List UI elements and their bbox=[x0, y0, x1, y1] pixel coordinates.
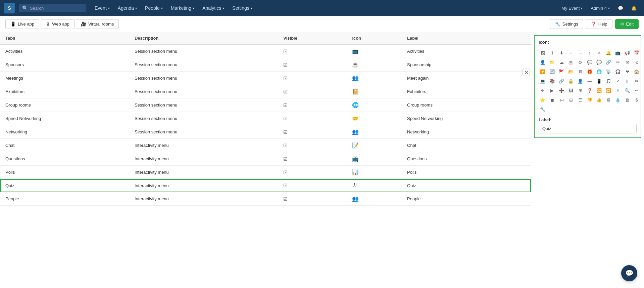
icon-option[interactable]: ✈ bbox=[539, 86, 547, 94]
settings-button[interactable]: 🔧 Settings bbox=[550, 19, 583, 29]
nav-event[interactable]: Event▾ bbox=[91, 3, 113, 13]
label-input[interactable] bbox=[539, 124, 637, 133]
virtual-rooms-button[interactable]: 🎥 Virtual rooms bbox=[76, 19, 119, 29]
cell-visible[interactable]: ☑ bbox=[278, 179, 347, 192]
icon-option[interactable]: 🔁 bbox=[604, 86, 612, 94]
icon-option[interactable]: 👍 bbox=[595, 96, 603, 104]
icon-option[interactable]: ↑ bbox=[586, 49, 594, 57]
icon-option[interactable]: ◼ bbox=[548, 96, 556, 104]
icon-option[interactable]: 🎁 bbox=[586, 68, 594, 76]
icon-option[interactable]: 🔀 bbox=[595, 86, 603, 94]
icon-option[interactable]: ▶ bbox=[548, 86, 556, 94]
icon-option[interactable]: ⊞ bbox=[576, 86, 584, 94]
icon-option[interactable]: € bbox=[633, 58, 641, 66]
cell-visible[interactable]: ☑ bbox=[278, 166, 347, 179]
cell-visible[interactable]: ☑ bbox=[278, 44, 347, 58]
icon-option[interactable]: ✓ bbox=[614, 77, 622, 85]
icon-option[interactable]: 📅 bbox=[633, 49, 641, 57]
icon-option[interactable]: — bbox=[586, 77, 594, 85]
icon-option[interactable]: ⊞ bbox=[567, 96, 575, 104]
search-input[interactable] bbox=[30, 6, 83, 11]
nav-marketing[interactable]: Marketing▾ bbox=[167, 3, 198, 13]
icon-option[interactable]: 🖥 bbox=[604, 96, 612, 104]
live-app-button[interactable]: 📱 Live app bbox=[5, 19, 39, 29]
icon-option[interactable]: 🎧 bbox=[614, 68, 622, 76]
icon-option[interactable]: ⬇ bbox=[557, 49, 565, 57]
icon-option[interactable]: 🔒 bbox=[567, 77, 575, 85]
nav-admin[interactable]: Admin 4▾ bbox=[587, 4, 613, 13]
table-row[interactable]: Quiz Interactivity menu ☑ ⏱ Quiz bbox=[0, 179, 531, 192]
icon-option[interactable]: 🔽 bbox=[539, 68, 547, 76]
edit-button[interactable]: ⚙ Edit bbox=[615, 19, 639, 29]
cell-visible[interactable]: ☑ bbox=[278, 98, 347, 112]
icon-option[interactable]: ⚙ bbox=[576, 58, 584, 66]
icon-option[interactable]: ✏ bbox=[633, 77, 641, 85]
help-button[interactable]: ❓ Help bbox=[586, 19, 612, 29]
table-row[interactable]: Group rooms Session section menu ☑ 🌐 Gro… bbox=[0, 98, 531, 112]
icon-option[interactable]: 👤 bbox=[539, 58, 547, 66]
icon-option[interactable]: ← bbox=[567, 49, 575, 57]
table-row[interactable]: Meetings Session section menu ☑ 👥 Meet a… bbox=[0, 72, 531, 85]
cell-visible[interactable]: ☑ bbox=[278, 192, 347, 206]
icon-option[interactable]: 📚 bbox=[548, 77, 556, 85]
nav-analytics[interactable]: Analytics▾ bbox=[199, 3, 228, 13]
icon-option[interactable]: 💧 bbox=[614, 96, 622, 104]
nav-my-event[interactable]: My Event▾ bbox=[558, 4, 586, 13]
icon-option[interactable]: $ bbox=[633, 96, 641, 104]
table-row[interactable]: Networking Session section menu ☑ 👥 Netw… bbox=[0, 125, 531, 139]
cell-visible[interactable]: ☑ bbox=[278, 72, 347, 85]
icon-option[interactable]: 📱 bbox=[595, 77, 603, 85]
icon-option[interactable]: 🌐 bbox=[595, 68, 603, 76]
icon-option[interactable]: ✕ bbox=[614, 86, 622, 94]
table-row[interactable]: People Interactivity menu ☑ 👥 People bbox=[0, 192, 531, 206]
icon-option[interactable]: ⭐ bbox=[539, 96, 547, 104]
cell-visible[interactable]: ☑ bbox=[278, 58, 347, 72]
nav-bell[interactable]: 🔔 bbox=[628, 4, 640, 13]
icon-option[interactable]: ⏸ bbox=[623, 77, 631, 85]
icon-option[interactable]: ➕ bbox=[557, 86, 565, 94]
icon-option[interactable]: ✉ bbox=[623, 58, 631, 66]
icon-option[interactable]: 🚩 bbox=[557, 68, 565, 76]
icon-option[interactable]: 🖥 bbox=[576, 68, 584, 76]
cell-visible[interactable]: ☑ bbox=[278, 152, 347, 166]
icon-option[interactable]: 🎵 bbox=[604, 77, 612, 85]
icon-option[interactable]: 🖼 bbox=[539, 49, 547, 57]
table-row[interactable]: Chat Interactivity menu ☑ 📝 Chat bbox=[0, 139, 531, 152]
icon-option[interactable]: → bbox=[576, 49, 584, 57]
icon-option[interactable]: 💬 bbox=[586, 58, 594, 66]
cell-visible[interactable]: ☑ bbox=[278, 125, 347, 139]
close-panel-button[interactable]: ✕ bbox=[523, 69, 530, 76]
icon-option[interactable]: 🔍 bbox=[623, 86, 631, 94]
icon-option[interactable]: ☕ bbox=[567, 58, 575, 66]
icon-option[interactable]: 📢 bbox=[623, 49, 631, 57]
icon-option[interactable]: 🏠 bbox=[633, 68, 641, 76]
nav-notifications[interactable]: 💬 bbox=[614, 4, 627, 13]
cell-visible[interactable]: ☑ bbox=[278, 112, 347, 125]
cell-visible[interactable]: ☑ bbox=[278, 85, 347, 98]
table-row[interactable]: Sponsors Session section menu ☑ ☕ Sponso… bbox=[0, 58, 531, 72]
icon-option[interactable]: 👎 bbox=[586, 96, 594, 104]
icon-option[interactable]: ✏ bbox=[614, 58, 622, 66]
icon-option[interactable]: ℹ bbox=[548, 49, 556, 57]
icon-option[interactable]: 💬 bbox=[595, 58, 603, 66]
table-row[interactable]: Speed Networking Session section menu ☑ … bbox=[0, 112, 531, 125]
icon-option[interactable]: 💻 bbox=[539, 77, 547, 85]
icon-option[interactable]: 🔧 bbox=[539, 105, 547, 113]
icon-option[interactable]: ↩ bbox=[633, 86, 641, 94]
icon-option[interactable]: ❓ bbox=[586, 86, 594, 94]
icon-option[interactable]: 🖼 bbox=[567, 86, 575, 94]
icon-option[interactable]: 🔔 bbox=[604, 49, 612, 57]
cell-visible[interactable]: ☑ bbox=[278, 139, 347, 152]
icon-option[interactable]: 🔗 bbox=[604, 58, 612, 66]
table-row[interactable]: Polls Interactivity menu ☑ 📊 Polls bbox=[0, 166, 531, 179]
icon-option[interactable]: ❤ bbox=[623, 68, 631, 76]
search-box[interactable]: 🔍 bbox=[19, 4, 86, 12]
icon-option[interactable]: 🗑 bbox=[623, 96, 631, 104]
icon-option[interactable]: 📁 bbox=[548, 58, 556, 66]
table-row[interactable]: Questions Interactivity menu ☑ 📺 Questio… bbox=[0, 152, 531, 166]
nav-settings[interactable]: Settings▾ bbox=[229, 3, 256, 13]
nav-people[interactable]: People▾ bbox=[142, 3, 166, 13]
icon-option[interactable]: 📡 bbox=[604, 68, 612, 76]
icon-option[interactable]: ☁ bbox=[557, 58, 565, 66]
icon-option[interactable]: 🔄 bbox=[548, 68, 556, 76]
